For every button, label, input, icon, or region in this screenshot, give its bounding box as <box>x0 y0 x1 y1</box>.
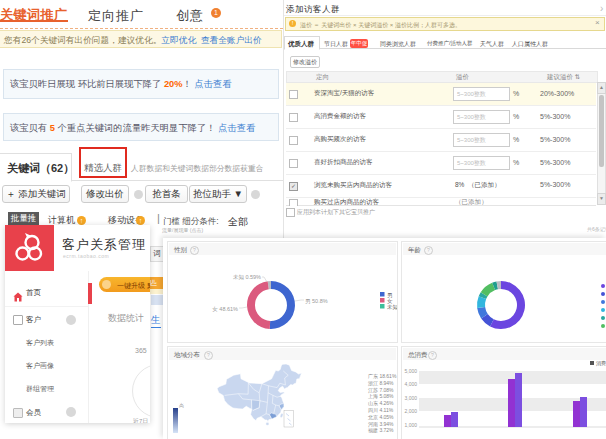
svg-text:男 50.8%: 男 50.8% <box>305 298 328 305</box>
svg-text:5,000: 5,000 <box>404 368 417 374</box>
svg-text:4,000: 4,000 <box>404 381 417 387</box>
svg-text:消费金额: 消费金额 <box>596 360 606 367</box>
svg-text:3,000: 3,000 <box>404 395 417 401</box>
svg-text:1,000: 1,000 <box>404 422 417 428</box>
svg-text:2,000: 2,000 <box>404 408 417 414</box>
svg-text:女 48.61%: 女 48.61% <box>212 306 238 312</box>
svg-text:未知 0.59%: 未知 0.59% <box>233 274 261 280</box>
svg-text:未知: 未知 <box>387 304 397 310</box>
